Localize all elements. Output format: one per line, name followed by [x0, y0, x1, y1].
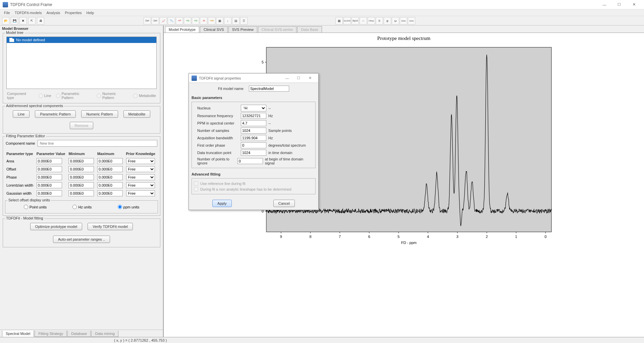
menu-properties[interactable]: Properties: [63, 10, 84, 15]
toolbar-define1-icon[interactable]: Def: [144, 17, 151, 24]
toolbar-print-icon[interactable]: 🖶: [37, 17, 44, 24]
menu-analysis[interactable]: Analysis: [44, 10, 62, 15]
param-max-input[interactable]: [97, 166, 123, 172]
param-prior-select[interactable]: Free: [126, 182, 155, 188]
toolbar-omega-icon[interactable]: ω: [392, 17, 399, 24]
verify-button[interactable]: Verify TDFDFit model: [88, 223, 133, 230]
tab-clinical-svs-series[interactable]: Clinical SVS-series: [258, 26, 297, 33]
param-value-input[interactable]: [37, 174, 62, 180]
check-reference-line[interactable]: Use reference line during fit: [194, 181, 313, 186]
fit-model-name-input[interactable]: [249, 86, 289, 92]
param-max-input[interactable]: [97, 174, 123, 180]
param-max-input[interactable]: [97, 158, 123, 164]
param-prior-select[interactable]: Free: [126, 166, 155, 172]
tab-svs-preview[interactable]: SVS Preview: [228, 26, 257, 33]
param-value-input[interactable]: [37, 182, 62, 188]
toolbar-zero-icon[interactable]: 0: [376, 17, 383, 24]
param-min-input[interactable]: [68, 166, 94, 172]
model-tree[interactable]: No model defined: [6, 37, 157, 89]
toolbar-addp-icon[interactable]: +P: [176, 17, 183, 24]
param-value-input[interactable]: [37, 190, 62, 196]
dialog-minimize-icon[interactable]: —: [281, 76, 293, 80]
menu-help[interactable]: Help: [85, 10, 96, 15]
menu-file[interactable]: File: [2, 10, 12, 15]
param-value-input[interactable]: [37, 158, 62, 164]
dialog-field-input[interactable]: [241, 128, 266, 134]
tree-item-no-model[interactable]: No model defined: [7, 37, 156, 43]
tab-database[interactable]: Database: [67, 331, 91, 337]
tab-fitting-strategy[interactable]: Fitting Strategy: [35, 331, 67, 337]
dialog-maximize-icon[interactable]: ☐: [293, 76, 304, 80]
param-min-input[interactable]: [68, 174, 94, 180]
close-button[interactable]: ✕: [627, 0, 641, 9]
toolbar-addn2-icon[interactable]: +N: [192, 17, 199, 24]
toolbar-hlsvd-icon[interactable]: HLSVD: [343, 17, 351, 24]
add-line-button[interactable]: Line: [13, 110, 30, 118]
param-max-input[interactable]: [97, 182, 123, 188]
param-prior-select[interactable]: Free: [126, 190, 155, 196]
toolbar-save-icon[interactable]: 💾: [11, 17, 18, 24]
toolbar-plot2-icon[interactable]: 📉: [168, 17, 175, 24]
toolbar-offset-icon[interactable]: Offset: [368, 17, 375, 24]
check-non-analytic[interactable]: During fit a non analytic lineshape has …: [194, 186, 313, 192]
component-name-input[interactable]: [38, 140, 157, 147]
toolbar-apod-icon[interactable]: Apod: [352, 17, 359, 24]
toolbar-subn-icon[interactable]: -N: [200, 17, 207, 24]
radio-numeric[interactable]: Numeric Pattern: [97, 92, 128, 100]
add-parametric-button[interactable]: Parametric Pattern: [35, 110, 76, 118]
radio-ppm-units[interactable]: ppm units: [118, 205, 140, 209]
tab-model-prototype[interactable]: Model Prototype: [165, 26, 199, 33]
param-prior-select[interactable]: Free: [126, 174, 155, 180]
toolbar-addm-icon[interactable]: +M: [208, 17, 215, 24]
toolbar-base2-icon[interactable]: base: [408, 17, 415, 24]
param-prior-select[interactable]: Free: [126, 158, 155, 164]
remove-button[interactable]: Remove: [70, 122, 94, 129]
toolbar-plot1-icon[interactable]: 📈: [160, 17, 167, 24]
toolbar-delete-icon[interactable]: ✖: [19, 17, 27, 24]
menu-models[interactable]: TDFDFit-models: [13, 10, 44, 15]
autoset-button[interactable]: Auto-set parameter ranges ..: [53, 236, 110, 243]
radio-hz-units[interactable]: Hz units: [72, 205, 92, 209]
maximize-button[interactable]: ☐: [612, 0, 627, 9]
toolbar-shift-icon[interactable]: ↔: [360, 17, 367, 24]
tab-spectral-model[interactable]: Spectral Model: [2, 331, 34, 337]
toolbar-addn1-icon[interactable]: +N: [184, 17, 191, 24]
radio-metabolite[interactable]: Metabolite: [133, 94, 156, 98]
toolbar-r1-icon[interactable]: ▦: [335, 17, 343, 24]
param-min-input[interactable]: [68, 158, 94, 164]
toolbar-open-icon[interactable]: 📂: [2, 17, 9, 24]
dialog-field-input[interactable]: [241, 113, 266, 119]
minimize-button[interactable]: —: [597, 0, 612, 9]
dialog-field-input[interactable]: [241, 120, 266, 126]
dialog-field-select[interactable]: ¹H: [241, 105, 266, 111]
toolbar-grid-icon[interactable]: ▦: [216, 17, 223, 24]
cancel-button[interactable]: Cancel: [273, 200, 295, 207]
param-min-input[interactable]: [68, 190, 94, 196]
tab-data-mining[interactable]: Data mining: [91, 331, 118, 337]
apply-button[interactable]: Apply: [212, 200, 232, 207]
optimize-button[interactable]: Optimize prototype model: [30, 223, 82, 230]
toolbar-arrow-icon[interactable]: ↓: [224, 17, 231, 24]
toolbar-table-icon[interactable]: ▤: [232, 17, 239, 24]
radio-line[interactable]: Line: [39, 94, 51, 98]
radio-parametric[interactable]: Parametric Pattern: [56, 92, 92, 100]
toolbar-define2-icon[interactable]: Def: [152, 17, 159, 24]
radio-point-units[interactable]: Point units: [24, 205, 47, 209]
param-min-input[interactable]: [68, 182, 94, 188]
dialog-field-input[interactable]: [237, 158, 263, 164]
add-numeric-button[interactable]: Numeric Pattern: [81, 110, 118, 118]
tab-data-base[interactable]: Data Base: [297, 26, 322, 33]
dialog-titlebar[interactable]: TDFDFit signal properties — ☐ ✕: [189, 74, 318, 83]
dialog-field-input[interactable]: [241, 142, 266, 148]
add-metabolite-button[interactable]: Metabolite: [123, 110, 151, 118]
dialog-field-input[interactable]: [241, 135, 266, 141]
toolbar-phi-icon[interactable]: φ: [384, 17, 391, 24]
param-value-input[interactable]: [37, 166, 62, 172]
toolbar-export-icon[interactable]: ⇱: [28, 17, 36, 24]
param-max-input[interactable]: [97, 190, 123, 196]
dialog-field-input[interactable]: [241, 150, 266, 156]
dialog-close-icon[interactable]: ✕: [304, 76, 316, 80]
toolbar-list-icon[interactable]: ☰: [240, 17, 248, 24]
toolbar-base1-icon[interactable]: base: [400, 17, 407, 24]
tab-clinical-svs[interactable]: Clinical SVS: [200, 26, 228, 33]
